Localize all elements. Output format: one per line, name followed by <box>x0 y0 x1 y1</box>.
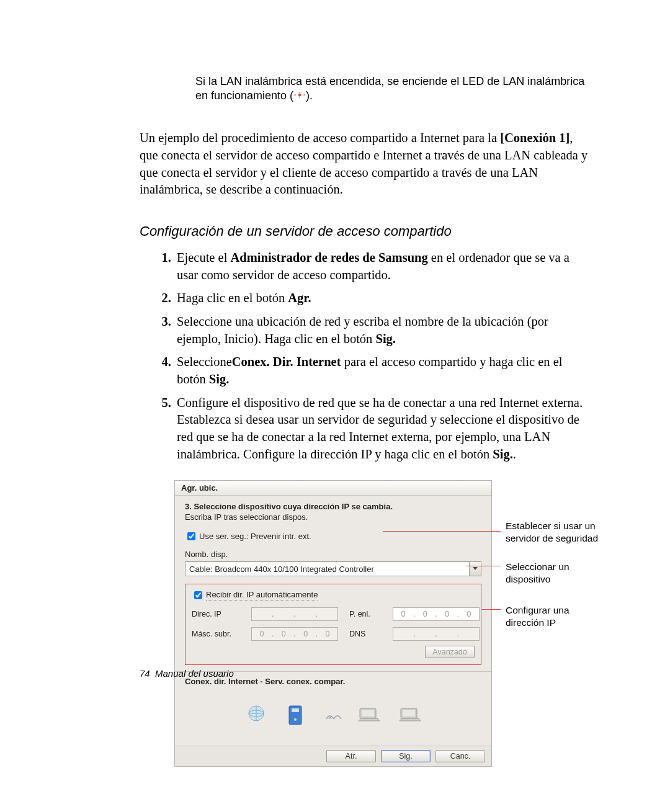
s4b: Conex. Dir. Internet <box>232 355 341 368</box>
dns-input[interactable]: . . . <box>393 627 480 641</box>
s5b: Sig. <box>493 447 512 461</box>
back-button[interactable]: Atr. <box>326 750 376 762</box>
wifi-led-note: Si la LAN inalámbrica está encendida, se… <box>195 74 589 104</box>
mask-label: Másc. subr. <box>192 630 240 638</box>
auto-ip-checkbox-label: Recibir dir. IP automáticamente <box>206 590 318 600</box>
note-line2a: en funcionamiento ( <box>195 89 293 102</box>
s4d: Sig. <box>209 372 229 386</box>
s3b: Sig. <box>375 332 395 346</box>
device-label: Nomb. disp. <box>185 550 481 559</box>
step-2: Haga clic en el botón Agr. <box>174 290 589 307</box>
advanced-button[interactable]: Avanzado <box>425 646 475 658</box>
security-checkbox-label: Use ser. seg.: Prevenir intr. ext. <box>199 532 311 541</box>
svg-point-0 <box>298 94 301 96</box>
section-heading: Configuración de un servidor de acceso c… <box>140 223 589 239</box>
security-checkbox-row[interactable]: Use ser. seg.: Prevenir intr. ext. <box>185 530 481 542</box>
auto-ip-checkbox-row[interactable]: Recibir dir. IP automáticamente <box>192 589 475 601</box>
intro-b: [Conexión 1] <box>500 131 570 145</box>
intro-paragraph: Un ejemplo del procedimiento de acceso c… <box>140 130 589 199</box>
ip-config-group: Recibir dir. IP automáticamente Direc. I… <box>185 584 481 665</box>
add-location-dialog: Agr. ubic. 3. Seleccione dispositivo cuy… <box>174 480 492 767</box>
ip-input[interactable]: . . . <box>251 607 338 621</box>
step-5: Configure el dispositivo de red que se h… <box>174 395 589 463</box>
m3: 0 <box>318 630 337 638</box>
steps-list: Ejecute el Administrador de redes de Sam… <box>140 249 589 463</box>
wifi-led-icon <box>293 89 306 104</box>
device-combobox-value: Cable: Broadcom 440x 10/100 Integrated C… <box>185 564 469 574</box>
svg-rect-7 <box>362 710 374 716</box>
page-footer: 74 Manual del usuario <box>140 668 234 679</box>
callout-lead-3 <box>482 609 501 610</box>
s4a: Seleccione <box>177 355 232 368</box>
callout-device: Seleccionar un dispositivo <box>506 561 605 585</box>
svg-rect-9 <box>403 710 415 716</box>
note-line2b: ). <box>306 89 313 102</box>
device-combobox[interactable]: Cable: Broadcom 440x 10/100 Integrated C… <box>185 561 481 576</box>
m0: 0 <box>252 630 272 638</box>
gw0: 0 <box>393 610 413 618</box>
s1b: Administrador de redes de Samsung <box>231 251 428 264</box>
s5a: Configure el dispositivo de red que se h… <box>177 396 583 461</box>
m2: 0 <box>296 630 316 638</box>
dialog-title: Agr. ubic. <box>175 481 491 496</box>
dns-label: DNS <box>349 630 382 638</box>
s2a: Haga clic en el botón <box>177 291 288 305</box>
s5c: . <box>513 447 516 461</box>
step-3: Seleccione una ubicación de red y escrib… <box>174 313 589 347</box>
gw2: 0 <box>437 610 457 618</box>
page-number: 74 <box>140 668 150 679</box>
gateway-label: P. enl. <box>349 610 382 618</box>
dialog-subtitle: 3. Seleccione dispositivo cuya dirección… <box>185 502 481 511</box>
step-1: Ejecute el Administrador de redes de Sam… <box>174 249 589 283</box>
globe-icon <box>242 702 270 728</box>
callout-lead-2 <box>466 566 501 566</box>
dialog-screenshot: Agr. ubic. 3. Seleccione dispositivo cuy… <box>174 480 589 767</box>
dialog-footer: Atr. Sig. Canc. <box>175 746 491 766</box>
intro-a: Un ejemplo del procedimiento de acceso c… <box>140 131 500 145</box>
callout-lead-1 <box>383 531 501 532</box>
step-4: SeleccioneConex. Dir. Internet para el a… <box>174 354 589 388</box>
note-line1: Si la LAN inalámbrica está encendida, se… <box>195 75 584 87</box>
callout-ip: Configurar una dirección IP <box>506 604 605 628</box>
m1: 0 <box>274 630 293 638</box>
s3a: Seleccione una ubicación de red y escrib… <box>177 315 548 346</box>
footer-label: Manual del usuario <box>155 668 234 679</box>
gateway-input[interactable]: 0.0.0.0 <box>393 607 480 621</box>
security-checkbox[interactable] <box>187 532 195 540</box>
dialog-hint: Escriba IP tras seleccionar dispos. <box>185 512 481 522</box>
wireless-icon <box>324 709 342 721</box>
s2b: Agr. <box>288 291 311 305</box>
chevron-down-icon[interactable] <box>469 562 481 576</box>
svg-rect-4 <box>292 708 299 712</box>
svg-point-5 <box>294 718 297 721</box>
s1a: Ejecute el <box>177 251 231 264</box>
server-icon <box>283 702 311 728</box>
gw1: 0 <box>415 610 435 618</box>
cancel-button[interactable]: Canc. <box>436 750 485 762</box>
topology-diagram <box>185 689 481 742</box>
callout-security: Establecer si usar un servidor de seguri… <box>506 520 611 544</box>
next-button[interactable]: Sig. <box>381 750 431 762</box>
laptop-icon <box>396 702 424 728</box>
laptop-icon <box>355 702 383 728</box>
mask-input[interactable]: 0.0.0.0 <box>251 627 338 641</box>
gw3: 0 <box>459 610 479 618</box>
ip-label: Direc. IP <box>192 610 240 618</box>
auto-ip-checkbox[interactable] <box>194 591 202 599</box>
